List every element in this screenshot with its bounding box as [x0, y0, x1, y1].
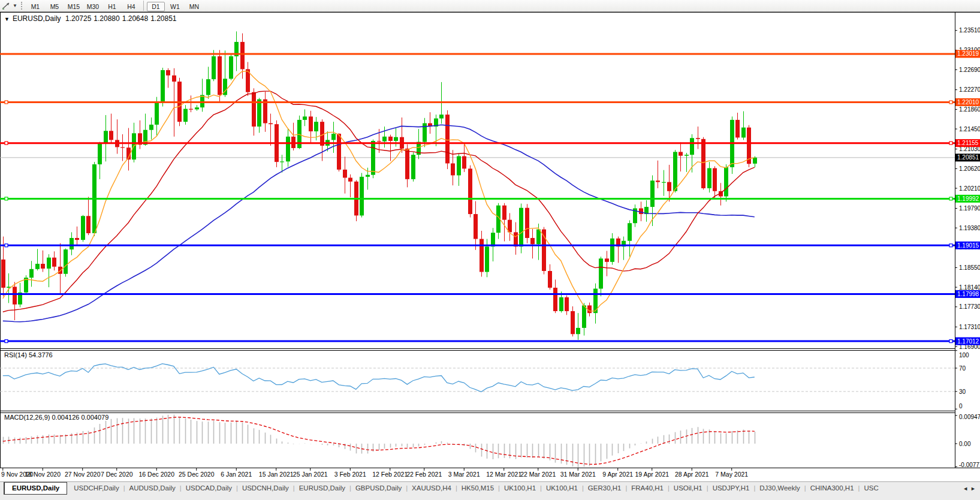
chart-tab-usdcnh-daily[interactable]: USDCNH,Daily: [238, 482, 293, 495]
svg-text:1.18550: 1.18550: [959, 264, 980, 271]
hline-handle[interactable]: [5, 244, 8, 247]
chart-tab-uk100-h1[interactable]: UK100,H1: [542, 482, 582, 495]
timeframe-button-h1[interactable]: H1: [103, 2, 121, 11]
chart-tab-uk100-h1[interactable]: UK100,H1: [500, 482, 540, 495]
svg-text:1.23510: 1.23510: [959, 27, 980, 34]
timeframe-button-m5[interactable]: M5: [46, 2, 64, 11]
hline-handle[interactable]: [5, 141, 8, 144]
svg-text:1.19380: 1.19380: [959, 225, 980, 231]
hline-handle[interactable]: [949, 101, 952, 104]
rsi-value: 54.3776: [29, 351, 53, 359]
chart-tab-eurusd-daily[interactable]: EURUSD,Daily: [295, 482, 349, 495]
chart-tab-eurusd-daily[interactable]: EURUSD,Daily: [4, 482, 67, 495]
svg-text:3 Feb 2021: 3 Feb 2021: [334, 471, 366, 478]
svg-text:1.20620: 1.20620: [959, 165, 980, 172]
svg-text:25 Dec 2020: 25 Dec 2020: [179, 471, 215, 478]
tabs-scroll-left-icon[interactable]: ◄: [963, 486, 970, 492]
svg-text:1.21155: 1.21155: [957, 140, 979, 146]
hline-handle[interactable]: [5, 340, 8, 343]
moving-averages: [3, 71, 755, 322]
svg-text:0.009478: 0.009478: [959, 414, 980, 420]
svg-text:1.19015: 1.19015: [957, 242, 979, 249]
ma-fast-line: [3, 71, 755, 311]
hline-handle[interactable]: [5, 197, 8, 200]
svg-text:1.19790: 1.19790: [959, 205, 980, 212]
price-chart-canvas[interactable]: 1.235101.231001.226901.222701.218601.214…: [0, 0, 980, 500]
chart-tab-china300-h1[interactable]: CHINA300,H1: [806, 482, 858, 495]
chart-tab-usc[interactable]: USC: [860, 482, 882, 495]
svg-text:7 May 2021: 7 May 2021: [715, 471, 748, 478]
svg-text:25 Jan 2021: 25 Jan 2021: [293, 471, 328, 478]
svg-text:31 Mar 2021: 31 Mar 2021: [560, 471, 596, 478]
timeframe-button-m15[interactable]: M15: [65, 2, 83, 11]
mt4-window: { "toolbar": { "timeframes": ["M1","M5",…: [0, 0, 980, 500]
chart-tab-usdchf-daily[interactable]: USDCHF,Daily: [70, 482, 123, 495]
chart-tab-hk50-m15[interactable]: HK50,M15: [457, 482, 498, 495]
timeframe-button-mn[interactable]: MN: [185, 2, 203, 11]
chart-frame: [0, 13, 980, 468]
ohlc-low: 1.20648: [122, 14, 148, 23]
ohlc-open: 1.20725: [65, 14, 91, 23]
svg-text:1.17310: 1.17310: [959, 324, 980, 330]
svg-text:7 Dec 2020: 7 Dec 2020: [101, 471, 133, 478]
svg-text:27 Nov 2020: 27 Nov 2020: [65, 471, 101, 478]
macd-signal-line: [3, 417, 755, 465]
horizontal-levels: [0, 54, 955, 343]
svg-text:1.17998: 1.17998: [957, 291, 979, 297]
chart-tab-audusd-daily[interactable]: AUDUSD,Daily: [125, 482, 180, 495]
chart-symbol-label: EURUSD,Daily: [13, 14, 61, 23]
chart-tab-bar: EURUSD,DailyUSDCHF,Daily|AUDUSD,Daily|US…: [0, 481, 980, 500]
date-axis: 9 Nov 202018 Nov 202027 Nov 20207 Dec 20…: [1, 468, 748, 478]
svg-text:1.23019: 1.23019: [957, 50, 979, 57]
macd-panel: 0.0094780.00-0.00777: [3, 414, 980, 468]
top-toolbar: ▼ M1M5M15M30H1H4D1W1MN: [0, 0, 980, 12]
timeframe-button-w1[interactable]: W1: [166, 2, 184, 11]
timeframe-button-m30[interactable]: M30: [84, 2, 102, 11]
svg-text:3 Mar 2021: 3 Mar 2021: [448, 471, 480, 478]
chart-tab-usdcad-daily[interactable]: USDCAD,Daily: [182, 482, 236, 495]
chart-tab-xauusd-h4[interactable]: XAUUSD,H4: [408, 482, 456, 495]
chart-tab-gbpusd-daily[interactable]: GBPUSD,Daily: [351, 482, 406, 495]
svg-text:1.17012: 1.17012: [957, 338, 979, 345]
svg-text:28 Apr 2021: 28 Apr 2021: [675, 471, 709, 478]
svg-text:0: 0: [959, 403, 963, 409]
svg-text:1.22270: 1.22270: [959, 86, 980, 93]
rsi-panel: 10070300: [0, 351, 969, 409]
svg-text:1.22690: 1.22690: [959, 67, 980, 73]
rsi-indicator-label: RSI(14) 54.3776: [4, 351, 53, 359]
hline-handle[interactable]: [949, 244, 952, 247]
svg-text:16 Dec 2020: 16 Dec 2020: [138, 471, 174, 478]
hline-handle[interactable]: [949, 197, 952, 200]
ma-medium-line: [3, 91, 755, 312]
timeframe-button-m1[interactable]: M1: [26, 2, 44, 11]
svg-text:22 Mar 2021: 22 Mar 2021: [520, 471, 556, 478]
timeframe-buttons: M1M5M15M30H1H4D1W1MN: [26, 1, 204, 11]
crosshair-tool-icon[interactable]: [1, 1, 12, 10]
svg-text:12 Feb 2021: 12 Feb 2021: [372, 471, 408, 478]
hline-handle[interactable]: [949, 141, 952, 144]
tool-dropdown-caret-icon[interactable]: ▼: [13, 3, 17, 8]
hline-handle[interactable]: [949, 340, 952, 343]
svg-text:-0.00777: -0.00777: [959, 462, 980, 468]
collapse-triangle-icon[interactable]: ▼: [4, 16, 10, 22]
svg-text:19 Apr 2021: 19 Apr 2021: [635, 471, 669, 478]
chart-title: ▼EURUSD,Daily 1.207251.208801.206481.208…: [4, 14, 179, 23]
svg-text:30: 30: [959, 388, 966, 395]
hline-handle[interactable]: [5, 101, 8, 104]
chart-tab-fra40-h1[interactable]: FRA40,H1: [627, 482, 668, 495]
chart-tab-ger30-h1[interactable]: GER30,H1: [584, 482, 626, 495]
toolbar-grip[interactable]: [21, 2, 22, 10]
macd-values: 0.004126 0.004079: [52, 414, 108, 421]
tabs-scroll-right-icon[interactable]: ►: [970, 486, 978, 492]
ohlc-high: 1.20880: [94, 14, 119, 23]
svg-text:12 Mar 2021: 12 Mar 2021: [486, 471, 521, 478]
price-tags: 1.230191.220101.211551.199921.190151.179…: [955, 50, 980, 345]
chart-tab-usdjpy-h1[interactable]: USDJPY,H1: [708, 482, 754, 495]
timeframe-button-d1[interactable]: D1: [147, 2, 165, 11]
svg-text:18 Nov 2020: 18 Nov 2020: [25, 471, 61, 478]
chart-tab-usoil-h1[interactable]: USOil,H1: [670, 482, 707, 495]
timeframe-button-h4[interactable]: H4: [122, 2, 140, 11]
ma-slow-line: [3, 125, 755, 322]
chart-tab-dj30-weekly[interactable]: DJ30,Weekly: [755, 482, 804, 495]
svg-text:6 Jan 2021: 6 Jan 2021: [221, 471, 252, 478]
